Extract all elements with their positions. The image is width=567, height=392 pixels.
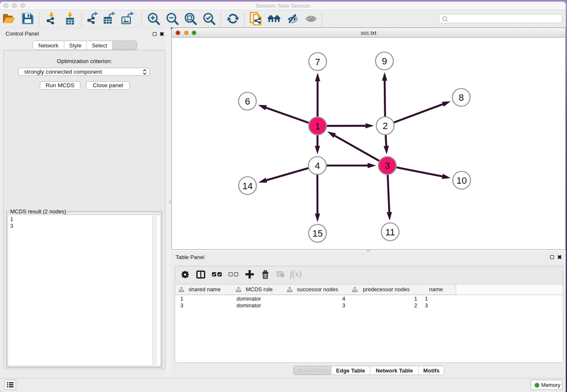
svg-text:6: 6 <box>245 96 250 107</box>
svg-text:15: 15 <box>312 228 322 239</box>
svg-text:8: 8 <box>459 92 464 103</box>
svg-text:10: 10 <box>457 175 467 186</box>
svg-text:2: 2 <box>383 121 388 131</box>
svg-text:14: 14 <box>242 181 253 191</box>
svg-text:9: 9 <box>382 56 387 66</box>
svg-text:3: 3 <box>385 160 390 171</box>
svg-text:4: 4 <box>315 160 320 171</box>
svg-text:1: 1 <box>315 121 320 132</box>
svg-text:7: 7 <box>315 57 320 67</box>
svg-text:11: 11 <box>385 227 395 237</box>
